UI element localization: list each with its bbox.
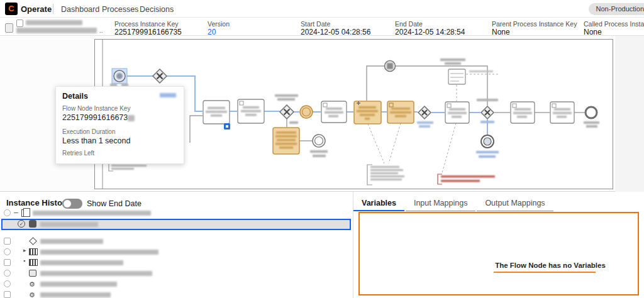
selected-task-node[interactable] [273,128,299,154]
field-label: Process Instance Key [114,20,179,28]
popup-field-label: Flow Node Instance Key [62,105,130,112]
history-row[interactable]: ▸ [1,247,351,257]
popup-field-label: Execution Duration [62,128,116,135]
row-label-redacted [40,282,117,287]
field-label: Version [208,20,230,28]
canvas-outside-pool [615,36,644,192]
start-date: 2024-12-05 04:28:56 [301,28,370,36]
key-redacted-suffix [128,115,135,121]
process-icon [21,209,28,217]
flow-node-instance-key-value: 225179991616673 [62,113,135,122]
state-icon [4,270,11,277]
check-circle-icon: ✓ [18,220,25,228]
row-label-redacted [40,222,98,227]
expand-icon[interactable]: ▸ [23,247,26,253]
row-label-redacted [40,250,158,255]
version-link[interactable]: 20 [208,28,216,36]
selected-task-node[interactable] [387,101,414,123]
start-event-node[interactable] [110,69,128,86]
history-row-root[interactable]: – [1,208,351,218]
no-variables-message: The Flow Node has no Variables [481,262,619,269]
instance-history-panel: Instance History Show End Date – ✓ ▸ ▪ [0,192,353,298]
bullet-icon: ▪ [23,258,25,264]
nav-processes[interactable]: Processes [102,5,138,14]
parent-process-instance-key: None [492,28,510,36]
state-icon [4,248,11,255]
field-label: End Date [395,20,423,28]
popup-title: Details [62,92,88,101]
show-end-date-toggle[interactable] [62,199,82,209]
flow-node-details-popup: Details Flow Node Instance Key 225179991… [55,86,184,164]
toggle-knob [64,200,71,207]
boundary-event-node[interactable] [385,61,396,72]
process-name-redacted [26,20,82,25]
subprocess-icon [29,248,38,255]
state-icon [4,209,11,216]
service-task-icon: ⚙ [29,291,35,298]
execution-duration-value: Less than 1 second [62,136,130,145]
key-digits: 225179991616673 [62,113,128,122]
task-node[interactable] [238,99,264,123]
task-node[interactable] [445,102,469,123]
tab-input-mappings[interactable]: Input Mappings [406,196,475,211]
history-row[interactable] [1,236,351,246]
collapse-icon[interactable]: – [14,208,18,217]
tab-output-mappings[interactable]: Output Mappings [477,196,553,211]
selected-task-node[interactable] [354,101,381,124]
field-label: Parent Process Instance Key [492,20,577,28]
app-header: C Operate Dashboard Processes Decisions … [0,0,644,18]
tab-variables[interactable]: Variables [353,196,404,211]
history-row[interactable] [1,268,351,279]
service-task-icon: ⚙ [29,280,35,288]
gateway-icon [29,237,37,245]
no-variables-highlight-box: The Flow Node has no Variables [358,212,639,295]
header-divider [53,4,53,14]
toggle-label: Show End Date [87,199,142,208]
task-node[interactable] [321,101,347,123]
process-document-icon [16,19,23,27]
process-id-redacted [16,28,97,33]
subprocess-icon [29,259,38,266]
intermediate-event-node[interactable] [300,106,313,118]
variables-panel: Variables Input Mappings Output Mappings… [353,192,644,298]
state-icon [4,259,11,266]
row-label-redacted [40,271,152,276]
popup-link-redacted[interactable] [160,93,176,97]
state-icon [4,238,11,245]
nav-dashboard[interactable]: Dashboard [61,5,99,14]
nav-decisions[interactable]: Decisions [140,5,174,14]
end-date: 2024-12-05 14:28:54 [395,28,465,36]
state-icon [4,280,11,287]
history-row-selected[interactable]: ✓ [1,219,351,230]
instance-header: .. Process Instance Key 2251799916166735… [0,18,644,36]
row-label-redacted [40,239,103,244]
row-label-redacted [40,292,111,297]
flow-node-icon [29,220,36,228]
history-row[interactable]: ⚙ [1,279,351,289]
row-label-redacted [40,260,123,265]
task-node[interactable] [203,101,230,124]
called-process-instances: None [584,28,602,36]
instance-state-icon [5,23,13,33]
flow-node-state-badge [224,123,230,130]
environment-badge: Non-Production [589,3,644,15]
app-title: Operate [21,4,52,14]
field-label: Start Date [301,20,330,28]
history-row[interactable]: ⚙ [1,290,351,298]
state-icon [4,291,11,298]
process-instance-key: 2251799916166735 [114,28,182,36]
popup-field-label: Retries Left [62,150,94,157]
row-label-redacted [33,211,151,216]
history-row[interactable]: ▪ [1,258,351,268]
instance-history-title: Instance History [6,198,70,207]
task-icon [29,270,36,277]
task-node[interactable] [550,102,574,123]
camunda-logo-icon[interactable]: C [5,3,18,15]
task-node[interactable] [511,102,535,123]
name-ellipsis: .. [99,27,103,34]
message-underline [494,272,596,273]
variables-tabs: Variables Input Mappings Output Mappings [353,196,555,211]
field-label: Called Process Instances [584,20,644,28]
